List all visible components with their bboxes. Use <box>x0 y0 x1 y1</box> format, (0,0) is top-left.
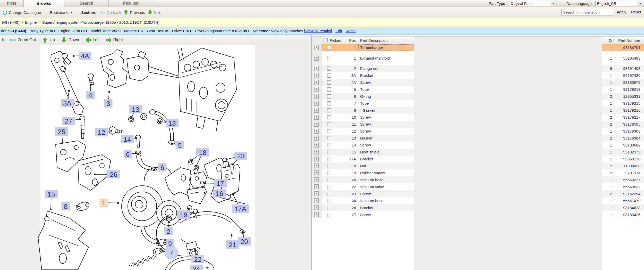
viewer-right-button[interactable]: Right <box>106 37 123 43</box>
row-checkbox[interactable] <box>327 108 331 112</box>
table-row-pos-2[interactable]: +2Flange nut2006 to 2010893191408 <box>312 65 644 72</box>
table-row-pos-19[interactable]: +19Rubber spacer29281374 <box>312 169 644 176</box>
go-back-button[interactable]: Go back <box>100 10 121 15</box>
expand-row-button[interactable]: + <box>314 94 319 99</box>
change-catalogue-button[interactable]: Change Catalogue <box>3 10 41 15</box>
breadcrumb-link[interactable]: Supercharging system-Turbocharger (2005 … <box>42 20 159 24</box>
table-row-pos-3A[interactable]: +3ABracketNLS, Z19DTH, Chassi 51052584--… <box>312 72 644 79</box>
row-checkbox[interactable] <box>327 129 331 133</box>
previous-section-button[interactable]: Previous <box>124 10 145 15</box>
expand-row-button[interactable]: + <box>314 87 319 92</box>
expand-row-button[interactable]: + <box>314 122 319 127</box>
viewer-left-button[interactable]: Left <box>86 37 100 43</box>
table-row-pos-10[interactable]: +10ScrewNLS: USE 93192600293179217 <box>312 114 644 121</box>
table-row-pos-13[interactable]: +13Gasket293179304 <box>312 135 644 142</box>
expand-row-button[interactable]: + <box>314 108 319 113</box>
next-section-button[interactable]: Next <box>148 10 162 15</box>
filter-link[interactable]: View all results <box>305 29 331 33</box>
row-checkbox[interactable] <box>327 46 331 50</box>
row-checkbox[interactable] <box>327 94 331 99</box>
tab-browse[interactable]: Browse <box>24 0 64 7</box>
table-row-pos-22[interactable]: +22Vacuum valve2007 to 2010155563532 <box>312 183 644 190</box>
row-checkbox[interactable] <box>327 143 331 147</box>
row-checkbox[interactable] <box>327 150 331 154</box>
expand-row-button[interactable]: + <box>314 205 319 210</box>
expand-row-button[interactable]: + <box>314 56 319 61</box>
expand-row-button[interactable]: + <box>314 177 319 182</box>
apply-button[interactable]: Apply <box>617 10 626 14</box>
viewer-zoom-out-button[interactable]: Zoom Out <box>10 38 36 42</box>
row-checkbox[interactable] <box>327 185 331 189</box>
breadcrumb-link[interactable]: Engine <box>25 20 37 24</box>
table-row-pos-5[interactable]: +5TubeZ19DTH193179213 <box>312 86 644 93</box>
expand-row-button[interactable]: + <box>314 45 319 50</box>
expand-row-button[interactable]: + <box>314 115 319 120</box>
part-type-select[interactable]: Original Parts ˅ <box>509 1 556 6</box>
search-input[interactable] <box>561 9 613 15</box>
chevron-down-icon[interactable]: ˅ <box>551 1 556 6</box>
expand-row-button[interactable]: + <box>314 150 319 154</box>
expand-row-button[interactable]: + <box>314 198 319 203</box>
row-checkbox[interactable] <box>327 73 331 78</box>
table-row-pos-17A[interactable]: +17ABracket2006 to 2010155560138 <box>312 156 644 162</box>
table-row-pos-18[interactable]: +18Nut211900428 <box>312 162 644 169</box>
viewer-down-button[interactable]: Down <box>62 37 79 43</box>
row-checkbox[interactable] <box>327 171 331 175</box>
expand-row-button[interactable]: + <box>314 129 319 134</box>
table-row-pos-8[interactable]: +8· Gasket193179216 <box>312 107 644 114</box>
expand-row-button[interactable]: + <box>314 136 319 141</box>
bookmarks-button[interactable]: Bookmarks ▾ <box>50 10 72 15</box>
row-checkbox[interactable] <box>327 56 331 60</box>
row-checkbox[interactable] <box>327 199 331 203</box>
table-row-pos-23[interactable]: +23Screw2006 to 2010292152294 <box>312 190 644 197</box>
tab-search[interactable]: Search <box>64 0 109 7</box>
table-row-pos-1[interactable]: +1Exhaust manifold2007 to 2010, Z19DTH, … <box>312 51 644 65</box>
row-checkbox[interactable] <box>327 164 331 168</box>
table-row-pos-1[interactable]: +1TurbochargerNLS: USE 55205483, Z19DTH,… <box>312 44 644 51</box>
row-checkbox[interactable] <box>327 122 331 126</box>
tab-pick-list[interactable]: Pick list <box>109 0 153 7</box>
row-checkbox[interactable] <box>327 157 331 161</box>
row-checkbox[interactable] <box>327 115 331 119</box>
expand-row-button[interactable]: + <box>314 101 319 106</box>
expand-row-button[interactable]: + <box>314 157 319 161</box>
row-checkbox[interactable] <box>327 178 331 182</box>
chevron-down-icon[interactable]: ˅ <box>638 1 643 6</box>
table-row-pos-26[interactable]: +26BracketNLS, Engine 4244826--193184628 <box>312 204 644 211</box>
expand-row-button[interactable]: + <box>314 184 319 189</box>
table-row-pos-7[interactable]: +7TubeZ19DTH193179215 <box>312 100 644 107</box>
table-row-pos-6[interactable]: +6O-ring212855333 <box>312 93 644 100</box>
row-checkbox[interactable] <box>327 136 331 140</box>
row-checkbox[interactable] <box>327 213 331 217</box>
expand-row-button[interactable]: + <box>314 163 319 168</box>
expand-row-button[interactable]: + <box>314 212 319 217</box>
row-checkbox[interactable] <box>327 80 331 85</box>
row-checkbox[interactable] <box>327 192 331 196</box>
table-row-pos-20[interactable]: +20Vacuum hose2006 to 2010, Z19DTH155560… <box>312 176 644 183</box>
tab-hicle[interactable]: hicle <box>0 0 24 7</box>
row-checkbox[interactable] <box>327 87 331 92</box>
table-row-pos-27[interactable]: +27ScrewNLS193183425 <box>312 211 644 218</box>
row-checkbox[interactable] <box>327 67 331 71</box>
filter-link[interactable]: Reset <box>345 29 355 33</box>
table-row-pos-12[interactable]: +12Screw193179303 <box>312 128 644 135</box>
filter-link[interactable]: Edit <box>335 29 342 33</box>
viewer-up-button[interactable]: Up <box>43 37 55 43</box>
expand-row-button[interactable]: + <box>314 66 319 71</box>
breadcrumb-link[interactable]: 9-3 (9440) <box>2 20 19 24</box>
reset-button[interactable]: Reset <box>631 10 641 14</box>
select-all-checkbox[interactable] <box>324 38 328 42</box>
row-checkbox[interactable] <box>327 101 331 105</box>
row-checkbox[interactable] <box>327 206 331 210</box>
table-row-pos-15[interactable]: +15Heat shieldNLS, Z19DTH155182373 <box>312 149 644 156</box>
expand-row-button[interactable]: + <box>314 191 319 196</box>
expand-row-button[interactable]: + <box>314 170 319 175</box>
table-row-pos-4A[interactable]: +4AScrewNLS, Z19DTH, Chassi 51052584--19… <box>312 79 644 86</box>
expand-row-button[interactable]: + <box>314 80 319 85</box>
table-row-pos-14[interactable]: +14ScrewZ19DTH193183682 <box>312 142 644 149</box>
viewer-in-button[interactable]: In <box>2 38 5 42</box>
table-row-pos-24[interactable]: +24Vacuum hose155557479 <box>312 197 644 204</box>
expand-row-button[interactable]: + <box>314 143 319 148</box>
table-row-pos-11[interactable]: +11Screw293178505 <box>312 121 644 128</box>
data-language-select[interactable]: English_GB ˅ <box>595 1 643 6</box>
